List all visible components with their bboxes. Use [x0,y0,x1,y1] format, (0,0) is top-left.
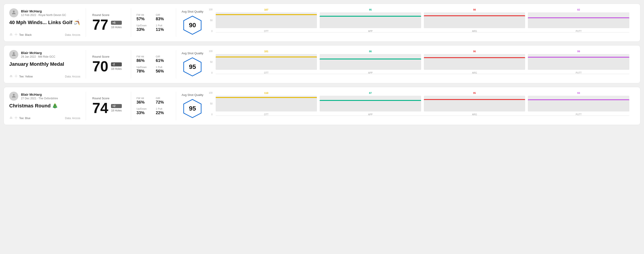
bar-value-app: 95 [369,8,372,11]
quality-label-round-1: Avg Shot Quality [182,10,204,13]
score-detail-round-1: +5 18 Holes [111,21,122,29]
svg-point-6 [13,94,15,96]
bar-group-putt: 99 PUTT [528,50,629,74]
axis-line [216,32,629,32]
round-title-round-2: January Monthly Medal [9,61,80,67]
bar-line-app [320,100,421,101]
holes-text-round-2: 18 Holes [111,67,122,70]
user-details-round-1: Blair McHarg 12 Feb 2022 · Royal North D… [21,9,66,17]
holes-text-round-3: 18 Holes [111,109,122,112]
left-section-round-3: Blair McHarg 27 Dec 2021 · The Oxfordshi… [9,92,86,120]
bar-wrapper-app [320,12,421,28]
axis-line [216,74,629,74]
y-label-0: 0 [211,30,213,32]
bar-line-ott [216,97,317,98]
bottom-info-round-3: Tee: Blue Data: Arccos [9,116,80,120]
bar-value-arg: 95 [473,92,476,94]
svg-point-3 [13,52,15,54]
fw-hit-value-round-3: 36% [136,100,151,105]
bar-value-app: 86 [369,50,372,53]
score-section-round-3: Round Score 74 +2 18 Holes [86,92,131,120]
oneputt-label-round-3: 1 Putt [156,107,171,110]
updown-label-round-3: Up/Down [136,107,151,110]
score-detail-round-2: -2 18 Holes [111,62,122,70]
bar-value-app: 87 [369,92,372,94]
stats-grid-round-2: FW Hit 86% GIR 61% Up/Down 78% 1 Putt 56… [136,55,170,74]
avatar-icon-round-1 [11,10,16,16]
oneputt-value-round-3: 22% [156,111,171,115]
stat-updown-round-2: Up/Down 78% [136,66,151,74]
bar-line-arg [424,57,525,58]
gir-value-round-1: 83% [156,17,171,21]
tee-icon-round-1 [14,33,18,37]
updown-label-round-1: Up/Down [136,24,151,27]
bar-fill-arg [424,99,525,112]
score-label-round-2: Round Score [92,55,124,58]
user-info-round-1: Blair McHarg 12 Feb 2022 · Royal North D… [9,8,80,17]
score-number-round-2: 70 [92,59,108,74]
hexagon-value-round-1: 90 [189,22,196,29]
oneputt-value-round-1: 11% [156,27,171,32]
bar-wrapper-arg [424,54,525,70]
quality-label-round-2: Avg Shot Quality [182,52,204,55]
y-label-100: 100 [209,92,213,94]
quality-label-round-3: Avg Shot Quality [182,93,204,97]
avatar-round-3 [9,92,18,101]
user-info-round-3: Blair McHarg 27 Dec 2021 · The Oxfordshi… [9,92,80,101]
data-source-round-1: Data: Arccos [65,33,80,36]
bar-value-ott: 107 [264,8,268,11]
stat-fw-hit-round-1: FW Hit 57% [136,13,151,21]
bar-wrapper-ott [216,96,317,112]
score-badge-round-2: -2 [111,62,122,66]
score-row-round-2: 70 -2 18 Holes [92,59,124,74]
updown-label-round-2: Up/Down [136,66,151,68]
bar-chart: 100 50 0 107 OTT 95 [209,8,629,37]
data-source-round-2: Data: Arccos [65,75,80,78]
bar-value-arg: 96 [473,50,476,53]
bar-line-putt [528,57,629,58]
tee-icon-round-2 [14,74,18,79]
score-detail-round-3: +2 18 Holes [111,104,122,112]
bottom-info-round-2: Tee: Yellow Data: Arccos [9,74,80,79]
updown-value-round-1: 33% [136,27,151,32]
svg-point-4 [16,76,16,77]
stat-gir-round-1: GIR 83% [156,13,171,21]
quality-left-round-1: Avg Shot Quality 90 [182,10,204,35]
bar-value-ott: 101 [264,50,268,53]
oneputt-value-round-2: 56% [156,69,171,74]
round-title-round-1: 40 Mph Winds... Links Golf 🪃 [9,20,80,25]
tee-icon-round-3 [14,116,18,120]
svg-point-0 [13,10,15,12]
gir-label-round-3: GIR [156,97,171,100]
stats-section-round-1: FW Hit 57% GIR 83% Up/Down 33% 1 Putt 11… [131,8,176,37]
bar-wrapper-app [320,96,421,112]
tee-info-round-1: Tee: Black [9,33,32,37]
bar-group-app: 95 APP [320,8,421,32]
updown-value-round-2: 78% [136,69,151,74]
hexagon-round-2: 95 [182,57,202,77]
stat-oneputt-round-1: 1 Putt 11% [156,24,171,32]
user-details-round-3: Blair McHarg 27 Dec 2021 · The Oxfordshi… [21,93,58,100]
holes-text-round-1: 18 Holes [111,26,122,29]
weather-icon-round-1 [9,33,13,37]
score-label-round-1: Round Score [92,13,124,17]
user-name-round-3: Blair McHarg [21,93,58,96]
round-card-round-1: Blair McHarg 12 Feb 2022 · Royal North D… [4,3,640,42]
score-row-round-3: 74 +2 18 Holes [92,101,124,115]
y-label-100: 100 [209,8,213,11]
avatar-icon-round-3 [11,93,16,100]
avatar-round-2 [9,50,18,59]
tee-label-round-2: Tee: Yellow [19,75,33,78]
tee-label-round-1: Tee: Black [19,33,32,36]
hexagon-container-round-3: 95 [182,98,204,119]
round-card-round-3: Blair McHarg 27 Dec 2021 · The Oxfordshi… [4,87,640,125]
tee-info-round-2: Tee: Yellow [9,74,33,79]
round-card-round-2: Blair McHarg 29 Jan 2022 · Mill Ride GCC… [4,45,640,83]
svg-point-7 [16,117,16,118]
stat-oneputt-round-3: 1 Putt 22% [156,107,171,115]
score-badge-round-3: +2 [111,104,122,108]
bar-line-ott [216,57,317,57]
bar-line-app [320,59,421,59]
hexagon-round-1: 90 [182,15,202,35]
bar-group-arg: 96 ARG [424,50,525,74]
